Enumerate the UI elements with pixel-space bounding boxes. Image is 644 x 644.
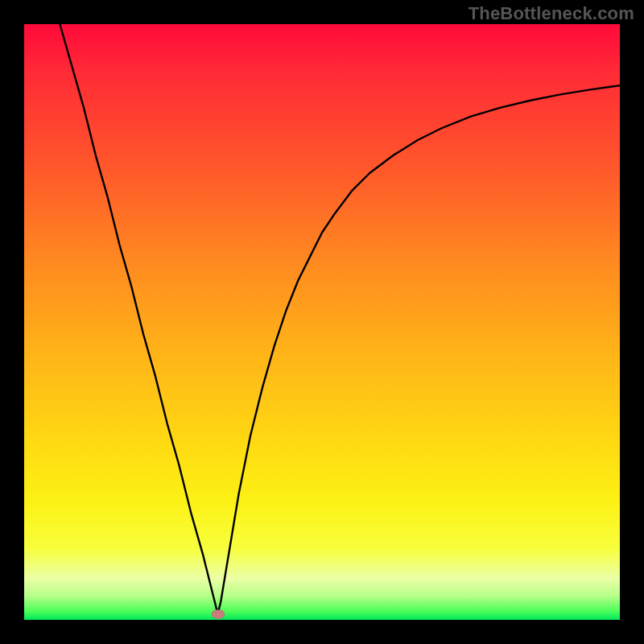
optimum-marker — [212, 609, 225, 618]
curve-path — [60, 24, 620, 614]
chart-plot-area — [24, 24, 620, 620]
watermark-text: TheBottleneck.com — [469, 3, 634, 24]
chart-frame: TheBottleneck.com — [0, 0, 644, 644]
bottleneck-curve — [24, 24, 620, 620]
